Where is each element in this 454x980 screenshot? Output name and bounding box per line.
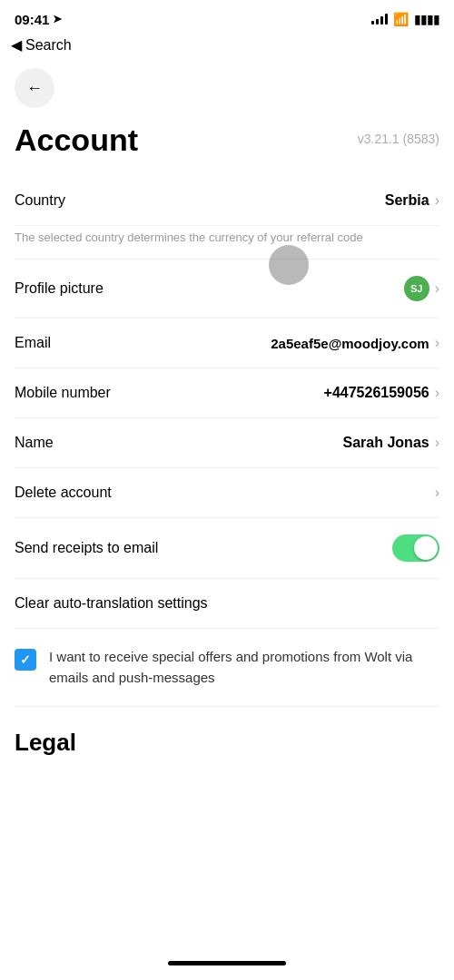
email-right: 2a5eaf5e@moodjoy.com › (271, 335, 439, 351)
back-arrow-icon: ← (26, 79, 43, 98)
country-value: Serbia (385, 192, 429, 209)
send-receipts-row[interactable]: Send receipts to email (15, 518, 439, 579)
version-text: v3.21.1 (8583) (358, 132, 439, 146)
delete-account-chevron-icon: › (435, 485, 439, 501)
page-header: Account v3.21.1 (8583) (0, 122, 454, 176)
profile-picture-chevron-icon: › (435, 280, 439, 297)
battery-icon: ▮▮▮▮ (414, 12, 439, 26)
page-title: Account (15, 122, 138, 158)
name-value: Sarah Jonas (343, 435, 429, 451)
delete-account-right: › (435, 485, 439, 501)
offers-checkbox-row[interactable]: ✓ I want to receive special offers and p… (15, 629, 439, 707)
email-row[interactable]: Email 2a5eaf5e@moodjoy.com › (15, 318, 439, 368)
back-button[interactable]: ← (15, 68, 54, 108)
legal-title: Legal (15, 729, 76, 756)
clear-translation-row[interactable]: Clear auto-translation settings (15, 579, 439, 629)
name-label: Name (15, 435, 54, 451)
email-chevron-icon: › (435, 335, 439, 351)
send-receipts-label: Send receipts to email (15, 540, 158, 556)
email-value: 2a5eaf5e@moodjoy.com (271, 336, 429, 351)
home-indicator (0, 950, 454, 973)
back-button-wrap: ← (0, 61, 454, 122)
mobile-value: +447526159056 (324, 385, 429, 401)
mobile-right: +447526159056 › (324, 385, 439, 401)
profile-picture-label: Profile picture (15, 280, 104, 297)
account-settings-section: Country Serbia › The selected country de… (0, 176, 454, 707)
profile-picture-right: SJ › (404, 276, 439, 301)
mobile-chevron-icon: › (435, 385, 439, 401)
delete-account-label: Delete account (15, 485, 112, 501)
country-right: Serbia › (385, 192, 439, 209)
offers-checkbox[interactable]: ✓ (15, 649, 36, 671)
email-label: Email (15, 335, 51, 351)
back-nav-arrow-icon: ◀ (11, 36, 22, 54)
signal-icon (371, 14, 388, 24)
country-chevron-icon: › (435, 192, 439, 209)
checkmark-icon: ✓ (20, 652, 31, 667)
status-icons: 📶 ▮▮▮▮ (371, 12, 439, 26)
mobile-label: Mobile number (15, 385, 111, 401)
back-nav[interactable]: ◀ Search (0, 33, 454, 61)
legal-section: Legal (0, 707, 454, 771)
avatar: SJ (404, 276, 429, 301)
mobile-row[interactable]: Mobile number +447526159056 › (15, 368, 439, 418)
back-nav-label: Search (25, 37, 72, 54)
country-label: Country (15, 192, 65, 209)
delete-account-row[interactable]: Delete account › (15, 468, 439, 518)
send-receipts-toggle[interactable] (392, 534, 439, 562)
time-display: 09:41 (15, 12, 49, 27)
status-time: 09:41 ➤ (15, 12, 62, 27)
name-chevron-icon: › (435, 435, 439, 451)
home-bar (168, 961, 286, 965)
clear-translation-label: Clear auto-translation settings (15, 595, 208, 611)
name-row[interactable]: Name Sarah Jonas › (15, 418, 439, 468)
country-row[interactable]: Country Serbia › (15, 176, 439, 226)
profile-picture-row[interactable]: Profile picture SJ › (15, 260, 439, 318)
country-description: The selected country determines the curr… (15, 226, 439, 260)
toggle-knob (414, 536, 438, 560)
location-arrow-icon: ➤ (53, 13, 62, 25)
offers-checkbox-label: I want to receive special offers and pro… (49, 647, 439, 688)
avatar-initials: SJ (410, 283, 422, 294)
wifi-icon: 📶 (393, 12, 409, 26)
name-right: Sarah Jonas › (343, 435, 439, 451)
status-bar: 09:41 ➤ 📶 ▮▮▮▮ (0, 0, 454, 33)
